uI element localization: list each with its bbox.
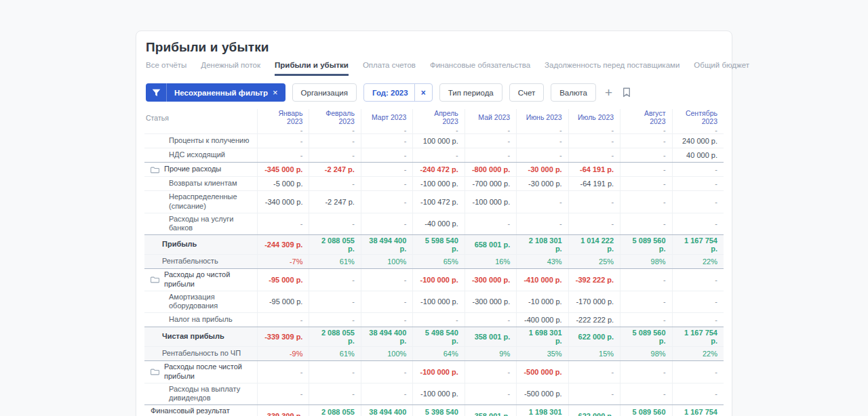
cell-value: -700 000 р. (473, 180, 511, 188)
filter-chip-4[interactable]: Валюта (551, 83, 596, 102)
value-cell: 2 088 055 р. (309, 327, 360, 346)
row-label: Чистая прибыль (144, 327, 257, 346)
cell-value: -100 000 р. (420, 276, 458, 284)
cell-value: 22% (703, 350, 717, 358)
cell-value: - (611, 368, 614, 376)
section-row[interactable]: Расходы после чистой прибыли----100 000 … (144, 360, 724, 383)
tab-5[interactable]: Задолженность перед поставщиками (545, 61, 679, 76)
chip-label: Год: 2023 (372, 89, 408, 97)
filter-chip-1[interactable]: Год: 2023× (363, 83, 433, 102)
add-filter-button[interactable]: + (605, 86, 612, 99)
value-cell: - (257, 313, 309, 327)
value-cell: 98% (620, 255, 671, 268)
tab-1[interactable]: Денежный поток (201, 61, 260, 76)
value-cell: - (516, 213, 568, 235)
tab-0[interactable]: Все отчёты (146, 61, 186, 76)
value-cell: 2 088 055 р. (309, 235, 360, 254)
cell-value: - (352, 151, 355, 159)
value-cell: - (309, 177, 360, 190)
row-label: Возвраты клиентам (144, 177, 257, 190)
unsaved-filter-button[interactable]: Несохраненный фильтр × (146, 83, 285, 102)
tab-2[interactable]: Прибыли и убытки (275, 61, 349, 76)
value-cell: 9% (465, 347, 516, 360)
cell-value: - (559, 137, 562, 145)
value-cell: -9% (257, 347, 309, 360)
bookmark-icon[interactable] (623, 87, 631, 98)
row-label: Рентабельность по ЧП (144, 347, 257, 360)
row-label: Налог на прибыль (144, 313, 257, 327)
cell-value: -170 000 р. (576, 297, 614, 306)
value-cell: - (568, 191, 620, 213)
filter-remove-icon[interactable]: × (273, 87, 285, 98)
cell-value: - (715, 220, 717, 228)
cell-value: - (508, 390, 511, 398)
value-cell: 1 698 301 р. (516, 327, 568, 346)
folder-icon[interactable] (151, 368, 159, 375)
cell-value: - (404, 180, 407, 188)
value-cell: - (361, 269, 412, 291)
cell-value: - (300, 137, 303, 145)
cell-value: - (404, 297, 407, 306)
folder-icon[interactable] (151, 276, 159, 283)
tab-4[interactable]: Финансовые обязательства (430, 61, 530, 76)
value-cell: -345 000 р. (257, 163, 309, 176)
value-cell: -64 191 р. (568, 163, 620, 176)
section-row[interactable]: Расходы до чистой прибыли-95 000 р.---10… (144, 268, 724, 291)
cell-value: - (663, 198, 666, 206)
value-cell: - (672, 291, 724, 313)
value-cell: - (309, 383, 360, 405)
cell-value: 15% (599, 350, 614, 358)
cell-value: - (663, 220, 666, 228)
value-cell: 43% (516, 255, 568, 268)
value-cell: -392 222 р. (568, 269, 620, 291)
value-cell: -5 000 р. (257, 177, 309, 190)
value-cell: - (568, 134, 620, 148)
value-cell: - (620, 269, 671, 291)
report-tabs: Все отчётыДенежный потокПрибыли и убытки… (144, 61, 724, 76)
cell-value: 5 089 560 р. (627, 329, 665, 345)
cell-value: 5 498 540 р. (419, 329, 458, 345)
tab-6[interactable]: Общий бюджет (694, 61, 749, 76)
column-header-month-1: Февраль 2023 (309, 109, 360, 128)
tab-3[interactable]: Оплата счетов (363, 61, 416, 76)
cell-value: - (663, 128, 666, 133)
value-cell: - (361, 361, 412, 383)
table-row: Рентабельность по ЧП-9%61%100%64%9%35%15… (144, 346, 724, 360)
cell-value: 2 088 055 р. (315, 408, 354, 416)
value-cell: - (620, 148, 671, 162)
value-cell: -800 000 р. (465, 163, 516, 176)
value-cell: -30 000 р. (516, 163, 568, 176)
filter-chip-0[interactable]: Организация (292, 83, 357, 102)
value-cell: - (620, 291, 671, 313)
row-label-text: НДС исходящий (169, 150, 225, 160)
value-cell: - (309, 213, 360, 235)
cell-value: -7% (290, 257, 303, 266)
cell-value: - (300, 128, 303, 133)
value-cell: 22% (672, 347, 724, 360)
cell-value: - (352, 390, 355, 398)
value-cell: 658 001 р. (465, 235, 516, 254)
folder-icon[interactable] (151, 166, 159, 173)
cell-value: - (352, 180, 355, 188)
filter-chip-3[interactable]: Счет (509, 83, 544, 102)
chip-remove-icon[interactable]: × (414, 84, 432, 101)
filter-funnel-icon (146, 83, 167, 102)
cell-value: - (404, 390, 407, 398)
chip-label: Тип периода (448, 89, 494, 97)
value-cell: - (516, 128, 568, 133)
cell-value: -244 309 р. (264, 241, 302, 249)
value-cell: - (620, 128, 671, 133)
cell-value: - (352, 137, 355, 145)
value-cell: - (257, 128, 309, 133)
cell-value: -2 247 р. (325, 165, 355, 173)
cell-value: - (663, 316, 666, 324)
value-cell: 35% (516, 347, 568, 360)
section-row[interactable]: Прочие расходы-345 000 р.-2 247 р.--240 … (144, 162, 724, 176)
value-cell: -339 309 р. (257, 405, 309, 416)
cell-value: - (404, 276, 407, 284)
filter-chip-2[interactable]: Тип периода (439, 83, 502, 102)
cell-value: 100% (387, 257, 406, 266)
cell-value: 358 001 р. (475, 333, 511, 341)
cell-value: 622 000 р. (578, 412, 614, 416)
filter-bar: Несохраненный фильтр × ОрганизацияГод: 2… (144, 83, 724, 102)
